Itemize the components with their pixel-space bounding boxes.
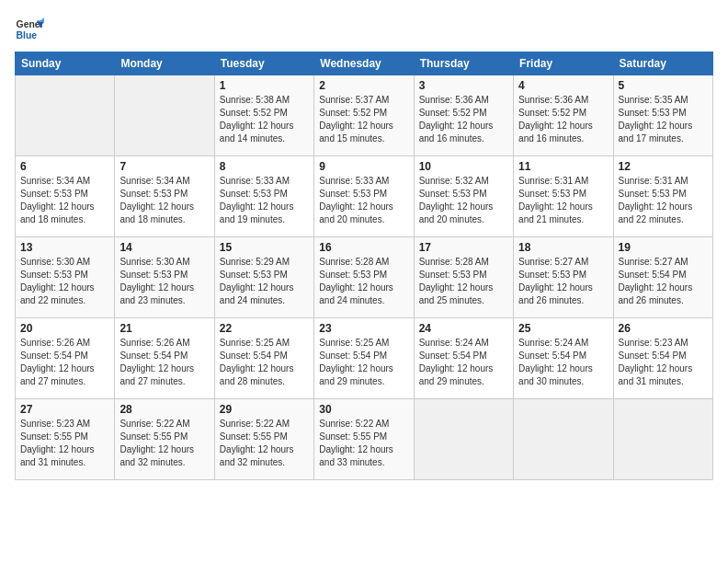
cell-day-number: 29 xyxy=(220,403,309,416)
cell-info: Sunrise: 5:25 AM Sunset: 5:54 PM Dayligh… xyxy=(220,337,309,388)
calendar-cell: 30Sunrise: 5:22 AM Sunset: 5:55 PM Dayli… xyxy=(314,399,414,480)
calendar-cell: 21Sunrise: 5:26 AM Sunset: 5:54 PM Dayli… xyxy=(115,318,214,399)
calendar-cell: 12Sunrise: 5:31 AM Sunset: 5:53 PM Dayli… xyxy=(613,156,712,237)
cell-info: Sunrise: 5:23 AM Sunset: 5:54 PM Dayligh… xyxy=(619,337,708,388)
cell-info: Sunrise: 5:31 AM Sunset: 5:53 PM Dayligh… xyxy=(518,175,608,226)
cell-info: Sunrise: 5:24 AM Sunset: 5:54 PM Dayligh… xyxy=(419,337,508,388)
cell-day-number: 25 xyxy=(518,322,608,335)
calendar-cell: 19Sunrise: 5:27 AM Sunset: 5:54 PM Dayli… xyxy=(613,237,712,318)
cell-day-number: 10 xyxy=(419,160,508,173)
cell-day-number: 8 xyxy=(220,160,309,173)
cell-day-number: 28 xyxy=(119,403,209,416)
cell-info: Sunrise: 5:22 AM Sunset: 5:55 PM Dayligh… xyxy=(119,418,209,469)
calendar-cell: 7Sunrise: 5:34 AM Sunset: 5:53 PM Daylig… xyxy=(115,156,214,237)
weekday-header-friday: Friday xyxy=(514,52,613,75)
calendar-cell: 27Sunrise: 5:23 AM Sunset: 5:55 PM Dayli… xyxy=(16,399,115,480)
cell-info: Sunrise: 5:22 AM Sunset: 5:55 PM Dayligh… xyxy=(220,418,309,469)
calendar-cell: 17Sunrise: 5:28 AM Sunset: 5:53 PM Dayli… xyxy=(414,237,513,318)
cell-day-number: 24 xyxy=(419,322,508,335)
weekday-header-sunday: Sunday xyxy=(16,52,115,75)
calendar-cell: 20Sunrise: 5:26 AM Sunset: 5:54 PM Dayli… xyxy=(16,318,115,399)
cell-info: Sunrise: 5:26 AM Sunset: 5:54 PM Dayligh… xyxy=(20,337,109,388)
cell-info: Sunrise: 5:28 AM Sunset: 5:53 PM Dayligh… xyxy=(319,256,408,307)
cell-info: Sunrise: 5:34 AM Sunset: 5:53 PM Dayligh… xyxy=(20,175,109,226)
calendar-cell: 23Sunrise: 5:25 AM Sunset: 5:54 PM Dayli… xyxy=(314,318,414,399)
cell-info: Sunrise: 5:27 AM Sunset: 5:53 PM Dayligh… xyxy=(518,256,608,307)
cell-day-number: 22 xyxy=(220,322,309,335)
cell-day-number: 17 xyxy=(419,241,508,254)
cell-info: Sunrise: 5:30 AM Sunset: 5:53 PM Dayligh… xyxy=(119,256,209,307)
calendar-cell: 13Sunrise: 5:30 AM Sunset: 5:53 PM Dayli… xyxy=(16,237,115,318)
calendar-cell xyxy=(115,75,214,156)
calendar-cell: 11Sunrise: 5:31 AM Sunset: 5:53 PM Dayli… xyxy=(514,156,613,237)
cell-day-number: 2 xyxy=(319,79,408,92)
page-header: General Blue xyxy=(15,15,713,44)
cell-info: Sunrise: 5:23 AM Sunset: 5:55 PM Dayligh… xyxy=(20,418,109,469)
weekday-header-saturday: Saturday xyxy=(613,52,712,75)
cell-day-number: 3 xyxy=(419,79,508,92)
cell-day-number: 16 xyxy=(319,241,408,254)
calendar-week-1: 1Sunrise: 5:38 AM Sunset: 5:52 PM Daylig… xyxy=(16,75,713,156)
calendar-cell: 4Sunrise: 5:36 AM Sunset: 5:52 PM Daylig… xyxy=(514,75,613,156)
cell-day-number: 26 xyxy=(619,322,708,335)
weekday-header-tuesday: Tuesday xyxy=(214,52,313,75)
calendar-cell: 9Sunrise: 5:33 AM Sunset: 5:53 PM Daylig… xyxy=(314,156,414,237)
calendar-week-4: 20Sunrise: 5:26 AM Sunset: 5:54 PM Dayli… xyxy=(16,318,713,399)
calendar-cell: 3Sunrise: 5:36 AM Sunset: 5:52 PM Daylig… xyxy=(414,75,513,156)
calendar-cell: 18Sunrise: 5:27 AM Sunset: 5:53 PM Dayli… xyxy=(514,237,613,318)
cell-day-number: 7 xyxy=(119,160,209,173)
cell-info: Sunrise: 5:33 AM Sunset: 5:53 PM Dayligh… xyxy=(319,175,408,226)
calendar-cell: 15Sunrise: 5:29 AM Sunset: 5:53 PM Dayli… xyxy=(214,237,313,318)
cell-day-number: 20 xyxy=(20,322,109,335)
cell-info: Sunrise: 5:25 AM Sunset: 5:54 PM Dayligh… xyxy=(319,337,408,388)
cell-info: Sunrise: 5:33 AM Sunset: 5:53 PM Dayligh… xyxy=(220,175,309,226)
calendar-cell xyxy=(613,399,712,480)
cell-info: Sunrise: 5:38 AM Sunset: 5:52 PM Dayligh… xyxy=(220,94,309,145)
cell-day-number: 11 xyxy=(518,160,608,173)
weekday-header-thursday: Thursday xyxy=(414,52,513,75)
cell-day-number: 5 xyxy=(619,79,708,92)
cell-day-number: 13 xyxy=(20,241,109,254)
calendar-week-2: 6Sunrise: 5:34 AM Sunset: 5:53 PM Daylig… xyxy=(16,156,713,237)
cell-info: Sunrise: 5:37 AM Sunset: 5:52 PM Dayligh… xyxy=(319,94,408,145)
cell-info: Sunrise: 5:36 AM Sunset: 5:52 PM Dayligh… xyxy=(518,94,608,145)
cell-info: Sunrise: 5:31 AM Sunset: 5:53 PM Dayligh… xyxy=(619,175,708,226)
cell-day-number: 30 xyxy=(319,403,408,416)
cell-day-number: 4 xyxy=(518,79,608,92)
calendar-cell: 5Sunrise: 5:35 AM Sunset: 5:53 PM Daylig… xyxy=(613,75,712,156)
cell-day-number: 19 xyxy=(619,241,708,254)
weekday-header-monday: Monday xyxy=(115,52,214,75)
calendar-week-3: 13Sunrise: 5:30 AM Sunset: 5:53 PM Dayli… xyxy=(16,237,713,318)
calendar-cell: 14Sunrise: 5:30 AM Sunset: 5:53 PM Dayli… xyxy=(115,237,214,318)
cell-day-number: 21 xyxy=(119,322,209,335)
cell-info: Sunrise: 5:24 AM Sunset: 5:54 PM Dayligh… xyxy=(518,337,608,388)
cell-info: Sunrise: 5:30 AM Sunset: 5:53 PM Dayligh… xyxy=(20,256,109,307)
calendar-table: SundayMondayTuesdayWednesdayThursdayFrid… xyxy=(15,52,713,480)
cell-info: Sunrise: 5:22 AM Sunset: 5:55 PM Dayligh… xyxy=(319,418,408,469)
calendar-cell xyxy=(514,399,613,480)
calendar-cell: 24Sunrise: 5:24 AM Sunset: 5:54 PM Dayli… xyxy=(414,318,513,399)
cell-info: Sunrise: 5:34 AM Sunset: 5:53 PM Dayligh… xyxy=(119,175,209,226)
calendar-week-5: 27Sunrise: 5:23 AM Sunset: 5:55 PM Dayli… xyxy=(16,399,713,480)
calendar-cell: 29Sunrise: 5:22 AM Sunset: 5:55 PM Dayli… xyxy=(214,399,313,480)
cell-info: Sunrise: 5:26 AM Sunset: 5:54 PM Dayligh… xyxy=(119,337,209,388)
cell-info: Sunrise: 5:35 AM Sunset: 5:53 PM Dayligh… xyxy=(619,94,708,145)
calendar-cell: 26Sunrise: 5:23 AM Sunset: 5:54 PM Dayli… xyxy=(613,318,712,399)
weekday-header-row: SundayMondayTuesdayWednesdayThursdayFrid… xyxy=(16,52,713,75)
cell-day-number: 27 xyxy=(20,403,109,416)
cell-day-number: 15 xyxy=(220,241,309,254)
calendar-cell: 2Sunrise: 5:37 AM Sunset: 5:52 PM Daylig… xyxy=(314,75,414,156)
logo: General Blue xyxy=(15,15,44,44)
cell-day-number: 6 xyxy=(20,160,109,173)
calendar-cell xyxy=(16,75,115,156)
svg-text:Blue: Blue xyxy=(17,30,38,40)
calendar-cell: 22Sunrise: 5:25 AM Sunset: 5:54 PM Dayli… xyxy=(214,318,313,399)
cell-day-number: 14 xyxy=(119,241,209,254)
calendar-cell: 28Sunrise: 5:22 AM Sunset: 5:55 PM Dayli… xyxy=(115,399,214,480)
calendar-cell: 1Sunrise: 5:38 AM Sunset: 5:52 PM Daylig… xyxy=(214,75,313,156)
calendar-cell: 10Sunrise: 5:32 AM Sunset: 5:53 PM Dayli… xyxy=(414,156,513,237)
cell-day-number: 1 xyxy=(220,79,309,92)
calendar-cell: 6Sunrise: 5:34 AM Sunset: 5:53 PM Daylig… xyxy=(16,156,115,237)
cell-info: Sunrise: 5:36 AM Sunset: 5:52 PM Dayligh… xyxy=(419,94,508,145)
calendar-cell: 16Sunrise: 5:28 AM Sunset: 5:53 PM Dayli… xyxy=(314,237,414,318)
